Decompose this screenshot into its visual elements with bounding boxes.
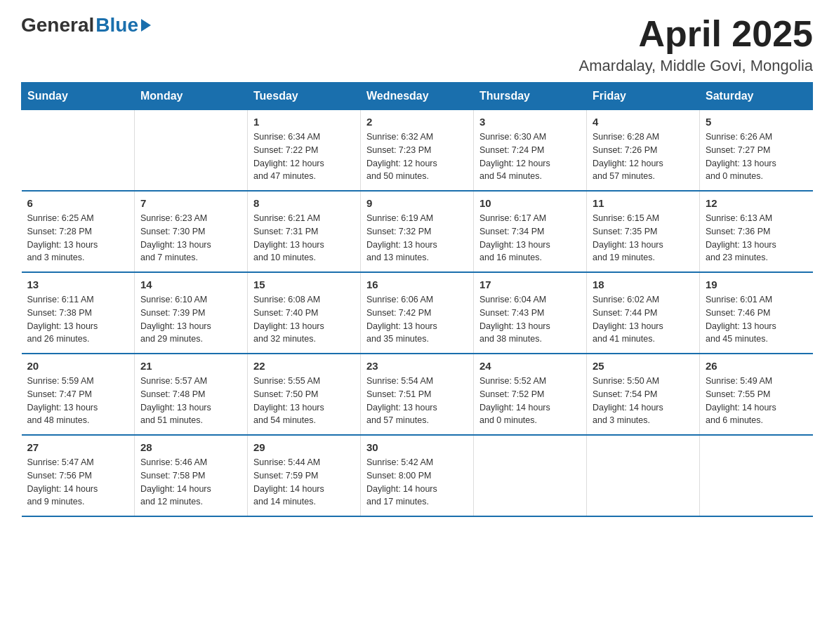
day-number: 10	[479, 197, 581, 209]
day-number: 23	[366, 360, 468, 372]
calendar-cell: 1Sunrise: 6:34 AM Sunset: 7:22 PM Daylig…	[248, 110, 361, 192]
day-number: 9	[366, 197, 468, 209]
day-number: 27	[27, 441, 129, 453]
day-number: 13	[27, 279, 129, 290]
day-number: 14	[140, 279, 241, 290]
calendar-cell: 9Sunrise: 6:19 AM Sunset: 7:32 PM Daylig…	[361, 191, 474, 272]
calendar-cell: 23Sunrise: 5:54 AM Sunset: 7:51 PM Dayli…	[361, 354, 474, 435]
calendar-cell: 29Sunrise: 5:44 AM Sunset: 7:59 PM Dayli…	[248, 435, 361, 516]
day-number: 24	[479, 360, 581, 372]
calendar-cell: 27Sunrise: 5:47 AM Sunset: 7:56 PM Dayli…	[22, 435, 135, 516]
day-number: 16	[366, 279, 468, 290]
day-info: Sunrise: 6:30 AM Sunset: 7:24 PM Dayligh…	[479, 130, 581, 183]
day-number: 11	[593, 197, 694, 209]
calendar-cell: 30Sunrise: 5:42 AM Sunset: 8:00 PM Dayli…	[361, 435, 474, 516]
day-number: 29	[253, 441, 355, 453]
day-info: Sunrise: 5:50 AM Sunset: 7:54 PM Dayligh…	[593, 375, 694, 427]
calendar-cell: 16Sunrise: 6:06 AM Sunset: 7:42 PM Dayli…	[361, 272, 474, 354]
calendar-cell: 5Sunrise: 6:26 AM Sunset: 7:27 PM Daylig…	[700, 110, 813, 192]
day-number: 8	[253, 197, 355, 209]
calendar-header: SundayMondayTuesdayWednesdayThursdayFrid…	[22, 83, 813, 110]
calendar-cell: 8Sunrise: 6:21 AM Sunset: 7:31 PM Daylig…	[248, 191, 361, 272]
calendar-cell	[587, 435, 700, 516]
calendar-cell: 24Sunrise: 5:52 AM Sunset: 7:52 PM Dayli…	[474, 354, 587, 435]
day-header-saturday: Saturday	[700, 83, 813, 110]
calendar-cell: 2Sunrise: 6:32 AM Sunset: 7:23 PM Daylig…	[361, 110, 474, 192]
calendar-cell: 15Sunrise: 6:08 AM Sunset: 7:40 PM Dayli…	[248, 272, 361, 354]
day-header-row: SundayMondayTuesdayWednesdayThursdayFrid…	[22, 83, 813, 110]
day-info: Sunrise: 6:01 AM Sunset: 7:46 PM Dayligh…	[706, 293, 807, 346]
day-number: 4	[593, 116, 694, 128]
day-info: Sunrise: 5:52 AM Sunset: 7:52 PM Dayligh…	[479, 375, 581, 427]
day-number: 12	[706, 197, 807, 209]
logo-blue-part: Blue	[95, 14, 151, 36]
calendar-week-5: 27Sunrise: 5:47 AM Sunset: 7:56 PM Dayli…	[22, 435, 813, 516]
calendar-body: 1Sunrise: 6:34 AM Sunset: 7:22 PM Daylig…	[22, 110, 813, 517]
day-info: Sunrise: 5:42 AM Sunset: 8:00 PM Dayligh…	[366, 456, 468, 509]
calendar-cell: 10Sunrise: 6:17 AM Sunset: 7:34 PM Dayli…	[474, 191, 587, 272]
calendar-cell: 19Sunrise: 6:01 AM Sunset: 7:46 PM Dayli…	[700, 272, 813, 354]
day-info: Sunrise: 5:44 AM Sunset: 7:59 PM Dayligh…	[253, 456, 355, 509]
day-header-friday: Friday	[587, 83, 700, 110]
calendar-week-1: 1Sunrise: 6:34 AM Sunset: 7:22 PM Daylig…	[22, 110, 813, 192]
day-info: Sunrise: 6:17 AM Sunset: 7:34 PM Dayligh…	[479, 212, 581, 264]
calendar-table: SundayMondayTuesdayWednesdayThursdayFrid…	[21, 82, 813, 517]
title-block: April 2025 Amardalay, Middle Govi, Mongo…	[579, 14, 813, 75]
day-info: Sunrise: 6:32 AM Sunset: 7:23 PM Dayligh…	[366, 130, 468, 183]
day-number: 17	[479, 279, 581, 290]
day-number: 25	[593, 360, 694, 372]
day-number: 5	[706, 116, 807, 128]
page-title: April 2025	[579, 14, 813, 54]
day-info: Sunrise: 6:19 AM Sunset: 7:32 PM Dayligh…	[366, 212, 468, 264]
day-info: Sunrise: 6:34 AM Sunset: 7:22 PM Dayligh…	[253, 130, 355, 183]
day-number: 21	[140, 360, 241, 372]
day-number: 7	[140, 197, 241, 209]
calendar-cell: 22Sunrise: 5:55 AM Sunset: 7:50 PM Dayli…	[248, 354, 361, 435]
day-number: 20	[27, 360, 129, 372]
calendar-cell	[474, 435, 587, 516]
logo-triangle-icon	[141, 19, 151, 32]
calendar-cell: 25Sunrise: 5:50 AM Sunset: 7:54 PM Dayli…	[587, 354, 700, 435]
calendar-cell: 11Sunrise: 6:15 AM Sunset: 7:35 PM Dayli…	[587, 191, 700, 272]
page-header: General Blue April 2025 Amardalay, Middl…	[21, 14, 813, 75]
day-header-wednesday: Wednesday	[361, 83, 474, 110]
day-header-tuesday: Tuesday	[248, 83, 361, 110]
day-info: Sunrise: 6:15 AM Sunset: 7:35 PM Dayligh…	[593, 212, 694, 264]
day-number: 1	[253, 116, 355, 128]
day-info: Sunrise: 6:28 AM Sunset: 7:26 PM Dayligh…	[593, 130, 694, 183]
day-info: Sunrise: 5:46 AM Sunset: 7:58 PM Dayligh…	[140, 456, 241, 509]
calendar-cell	[700, 435, 813, 516]
day-info: Sunrise: 6:21 AM Sunset: 7:31 PM Dayligh…	[253, 212, 355, 264]
day-number: 30	[366, 441, 468, 453]
day-number: 3	[479, 116, 581, 128]
calendar-cell	[22, 110, 135, 192]
day-number: 28	[140, 441, 241, 453]
day-info: Sunrise: 6:11 AM Sunset: 7:38 PM Dayligh…	[27, 293, 129, 346]
calendar-week-4: 20Sunrise: 5:59 AM Sunset: 7:47 PM Dayli…	[22, 354, 813, 435]
day-info: Sunrise: 6:10 AM Sunset: 7:39 PM Dayligh…	[140, 293, 241, 346]
day-info: Sunrise: 5:59 AM Sunset: 7:47 PM Dayligh…	[27, 375, 129, 427]
calendar-cell: 6Sunrise: 6:25 AM Sunset: 7:28 PM Daylig…	[22, 191, 135, 272]
day-info: Sunrise: 6:04 AM Sunset: 7:43 PM Dayligh…	[479, 293, 581, 346]
calendar-cell: 14Sunrise: 6:10 AM Sunset: 7:39 PM Dayli…	[135, 272, 248, 354]
day-header-thursday: Thursday	[474, 83, 587, 110]
day-info: Sunrise: 6:08 AM Sunset: 7:40 PM Dayligh…	[253, 293, 355, 346]
calendar-cell: 28Sunrise: 5:46 AM Sunset: 7:58 PM Dayli…	[135, 435, 248, 516]
day-number: 6	[27, 197, 129, 209]
calendar-cell: 13Sunrise: 6:11 AM Sunset: 7:38 PM Dayli…	[22, 272, 135, 354]
day-number: 26	[706, 360, 807, 372]
calendar-cell: 7Sunrise: 6:23 AM Sunset: 7:30 PM Daylig…	[135, 191, 248, 272]
calendar-cell: 3Sunrise: 6:30 AM Sunset: 7:24 PM Daylig…	[474, 110, 587, 192]
calendar-cell: 4Sunrise: 6:28 AM Sunset: 7:26 PM Daylig…	[587, 110, 700, 192]
day-number: 15	[253, 279, 355, 290]
logo-blue-text: Blue	[95, 14, 151, 36]
calendar-cell: 21Sunrise: 5:57 AM Sunset: 7:48 PM Dayli…	[135, 354, 248, 435]
calendar-cell: 12Sunrise: 6:13 AM Sunset: 7:36 PM Dayli…	[700, 191, 813, 272]
logo-general-text: General	[21, 14, 94, 36]
logo: General Blue	[21, 14, 151, 36]
day-info: Sunrise: 6:23 AM Sunset: 7:30 PM Dayligh…	[140, 212, 241, 264]
day-number: 2	[366, 116, 468, 128]
day-info: Sunrise: 6:26 AM Sunset: 7:27 PM Dayligh…	[706, 130, 807, 183]
day-header-sunday: Sunday	[22, 83, 135, 110]
day-header-monday: Monday	[135, 83, 248, 110]
